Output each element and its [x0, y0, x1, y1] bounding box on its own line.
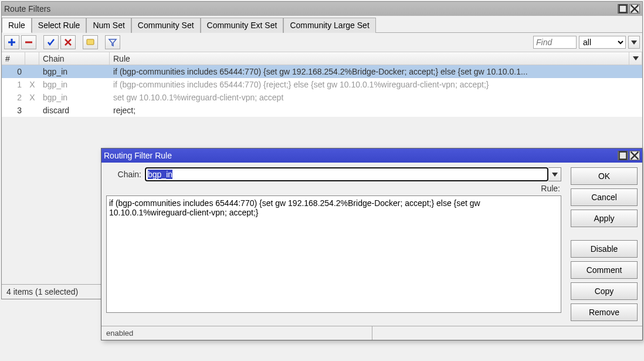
- row-chain: bgp_in: [39, 80, 110, 89]
- routing-filter-rule-dialog: Routing Filter Rule Chain: Rule: OK Canc…: [101, 148, 643, 340]
- tab-community-large-set[interactable]: Community Large Set: [283, 18, 375, 33]
- dialog-status-right: [372, 326, 643, 340]
- copy-button[interactable]: Copy: [571, 282, 638, 300]
- main-titlebar: Route Filters: [2, 2, 642, 16]
- dialog-restore-button[interactable]: [618, 151, 628, 160]
- chain-label: Chain:: [106, 170, 141, 179]
- col-index[interactable]: #: [2, 52, 25, 65]
- tab-bar: Rule Select Rule Num Set Community Set C…: [2, 16, 642, 33]
- enable-icon: [46, 38, 56, 47]
- filter-scope-arrow[interactable]: [628, 36, 640, 49]
- row-flag: X: [25, 93, 39, 102]
- col-menu[interactable]: [629, 52, 642, 65]
- chevron-down-icon: [631, 41, 637, 45]
- main-restore-button[interactable]: [618, 4, 628, 14]
- main-close-button[interactable]: [629, 4, 640, 14]
- row-rule: if (bgp-communities includes 65444:770) …: [110, 67, 629, 76]
- apply-button[interactable]: Apply: [571, 210, 638, 227]
- row-rule: set gw 10.10.0.1%wireguard-client-vpn; a…: [110, 93, 629, 102]
- table-row[interactable]: 1Xbgp_inif (bgp-communities includes 654…: [2, 78, 642, 91]
- ok-button[interactable]: OK: [571, 167, 638, 185]
- row-chain: bgp_in: [39, 93, 110, 102]
- filter-icon: [108, 38, 117, 47]
- comment-icon: [86, 38, 95, 47]
- table-row[interactable]: 0bgp_inif (bgp-communities includes 6544…: [2, 65, 642, 78]
- add-button[interactable]: [4, 35, 19, 49]
- disable-button[interactable]: Disable: [571, 240, 638, 258]
- dialog-status-bar: enabled: [101, 326, 642, 340]
- filter-button[interactable]: [105, 35, 120, 49]
- remove-button[interactable]: [21, 35, 36, 49]
- dialog-status-left: enabled: [101, 326, 372, 340]
- row-rule: reject;: [110, 106, 629, 115]
- tab-community-ext-set[interactable]: Community Ext Set: [201, 18, 284, 33]
- rule-textarea[interactable]: [106, 195, 561, 313]
- dialog-body: Chain: Rule: OK Cancel Apply Disable Com…: [101, 163, 642, 326]
- chain-dropdown-button[interactable]: [548, 167, 561, 181]
- status-text: 4 items (1 selected): [6, 287, 78, 296]
- rules-table: # Chain Rule 0bgp_inif (bgp-communities …: [2, 52, 642, 117]
- dialog-button-column: OK Cancel Apply Disable Comment Copy Rem…: [566, 163, 642, 326]
- enable-button[interactable]: [43, 35, 59, 49]
- row-rule: if (bgp-communities includes 65444:770) …: [110, 80, 629, 89]
- chevron-down-icon: [552, 173, 558, 177]
- svg-rect-1: [87, 39, 94, 45]
- row-index: 3: [2, 106, 25, 115]
- rule-label: Rule:: [541, 184, 560, 193]
- col-rule[interactable]: Rule: [110, 52, 629, 65]
- add-icon: [7, 38, 16, 47]
- disable-button[interactable]: [60, 35, 76, 49]
- chain-input[interactable]: [145, 167, 548, 181]
- comment-button[interactable]: [83, 35, 98, 49]
- chevron-down-icon: [633, 56, 639, 60]
- row-index: 2: [2, 93, 25, 102]
- disable-icon: [63, 38, 73, 47]
- remove-icon: [24, 38, 33, 47]
- row-index: 0: [2, 67, 25, 76]
- tab-rule[interactable]: Rule: [2, 18, 32, 33]
- remove-button[interactable]: Remove: [571, 303, 638, 321]
- tab-num-set[interactable]: Num Set: [86, 18, 131, 33]
- tab-select-rule[interactable]: Select Rule: [32, 18, 87, 33]
- table-row[interactable]: 3discardreject;: [2, 104, 642, 117]
- toolbar: all: [2, 33, 642, 52]
- row-chain: bgp_in: [39, 67, 110, 76]
- comment-button[interactable]: Comment: [571, 261, 638, 279]
- cancel-button[interactable]: Cancel: [571, 188, 638, 206]
- find-input[interactable]: [533, 36, 577, 49]
- col-chain[interactable]: Chain: [39, 52, 110, 65]
- dialog-title: Routing Filter Rule: [104, 151, 172, 160]
- row-flag: X: [25, 80, 39, 89]
- table-header: # Chain Rule: [2, 52, 642, 65]
- dialog-titlebar: Routing Filter Rule: [101, 149, 642, 163]
- tab-community-set[interactable]: Community Set: [131, 18, 201, 33]
- filter-scope-select[interactable]: all: [579, 36, 626, 49]
- row-index: 1: [2, 80, 25, 89]
- dialog-close-button[interactable]: [629, 151, 640, 160]
- svg-rect-2: [619, 152, 627, 160]
- main-title: Route Filters: [4, 4, 50, 14]
- col-flag[interactable]: [25, 52, 39, 65]
- row-chain: discard: [39, 106, 110, 115]
- svg-rect-0: [619, 5, 627, 13]
- table-row[interactable]: 2Xbgp_inset gw 10.10.0.1%wireguard-clien…: [2, 91, 642, 104]
